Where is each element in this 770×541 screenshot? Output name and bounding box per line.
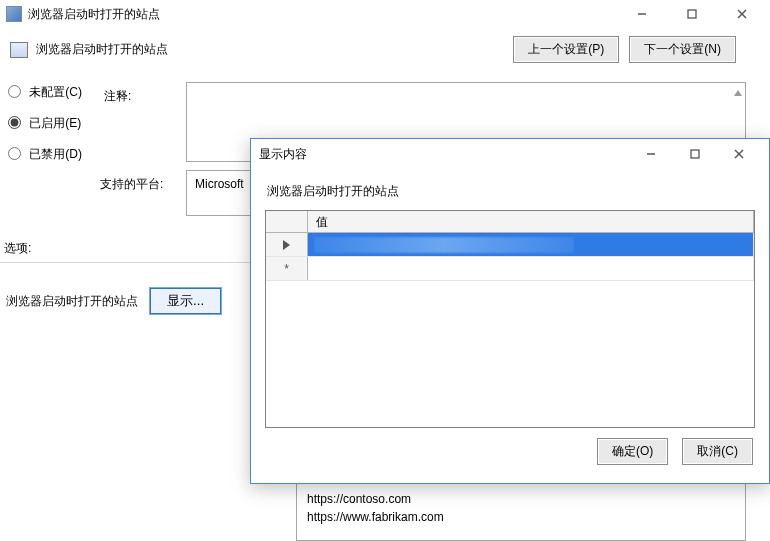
dialog-close-button[interactable]: [717, 141, 761, 167]
svg-rect-6: [691, 150, 699, 158]
grid-header-corner: [266, 211, 308, 232]
ok-button[interactable]: 确定(O): [597, 438, 668, 465]
row-new-indicator: *: [266, 257, 308, 280]
radio-disabled-label: 已禁用(D): [29, 147, 82, 161]
subheader-row: 浏览器启动时打开的站点 上一个设置(P) 下一个设置(N): [0, 28, 770, 63]
radio-not-configured-label: 未配置(C): [29, 85, 82, 99]
dialog-body: 浏览器启动时打开的站点 值 * 确定(O) 取消(C): [251, 169, 769, 483]
option-row: 浏览器启动时打开的站点 显示...: [6, 288, 221, 314]
url-example-1: https://contoso.com: [307, 490, 735, 508]
redacted-value: [314, 237, 574, 253]
grid-row-new[interactable]: *: [266, 257, 754, 281]
dialog-subtitle: 浏览器启动时打开的站点: [267, 183, 755, 200]
cancel-button[interactable]: 取消(C): [682, 438, 753, 465]
dialog-title: 显示内容: [259, 146, 307, 163]
platform-value: Microsoft: [195, 177, 244, 191]
grid-cell-new[interactable]: [308, 257, 754, 280]
minimize-button[interactable]: [620, 3, 664, 25]
policy-icon: [10, 42, 28, 58]
platform-label: 支持的平台:: [100, 176, 163, 193]
scroll-up-icon[interactable]: [733, 87, 743, 99]
comment-label: 注释:: [104, 88, 131, 105]
svg-rect-1: [688, 10, 696, 18]
radio-enabled[interactable]: [8, 116, 21, 129]
value-grid[interactable]: 值 *: [265, 210, 755, 428]
svg-marker-4: [734, 90, 742, 96]
window-title: 浏览器启动时打开的站点: [28, 6, 160, 23]
grid-header: 值: [266, 211, 754, 233]
maximize-button[interactable]: [670, 3, 714, 25]
next-setting-button[interactable]: 下一个设置(N): [629, 36, 736, 63]
svg-marker-9: [283, 240, 290, 250]
help-text-box: https://contoso.com https://www.fabrikam…: [296, 483, 746, 541]
radio-not-configured[interactable]: [8, 85, 21, 98]
url-example-2: https://www.fabrikam.com: [307, 508, 735, 526]
grid-header-value: 值: [308, 211, 754, 232]
app-icon: [6, 6, 22, 22]
dialog-footer: 确定(O) 取消(C): [265, 428, 755, 475]
dialog-maximize-button[interactable]: [673, 141, 717, 167]
parent-titlebar: 浏览器启动时打开的站点: [0, 0, 770, 28]
grid-row-1[interactable]: [266, 233, 754, 257]
dialog-titlebar: 显示内容: [251, 139, 769, 169]
show-contents-dialog: 显示内容 浏览器启动时打开的站点 值: [250, 138, 770, 484]
previous-setting-button[interactable]: 上一个设置(P): [513, 36, 619, 63]
radio-disabled[interactable]: [8, 147, 21, 160]
dialog-minimize-button[interactable]: [629, 141, 673, 167]
radio-enabled-label: 已启用(E): [29, 116, 81, 130]
state-radio-group: 未配置(C) 已启用(E) 已禁用(D): [8, 84, 82, 163]
row-indicator-icon: [266, 233, 308, 256]
subheader-title: 浏览器启动时打开的站点: [36, 41, 168, 58]
show-button[interactable]: 显示...: [150, 288, 221, 314]
options-label: 选项:: [4, 240, 31, 257]
option-row-label: 浏览器启动时打开的站点: [6, 293, 138, 310]
grid-cell-value-1[interactable]: [308, 233, 754, 256]
close-button[interactable]: [720, 3, 764, 25]
